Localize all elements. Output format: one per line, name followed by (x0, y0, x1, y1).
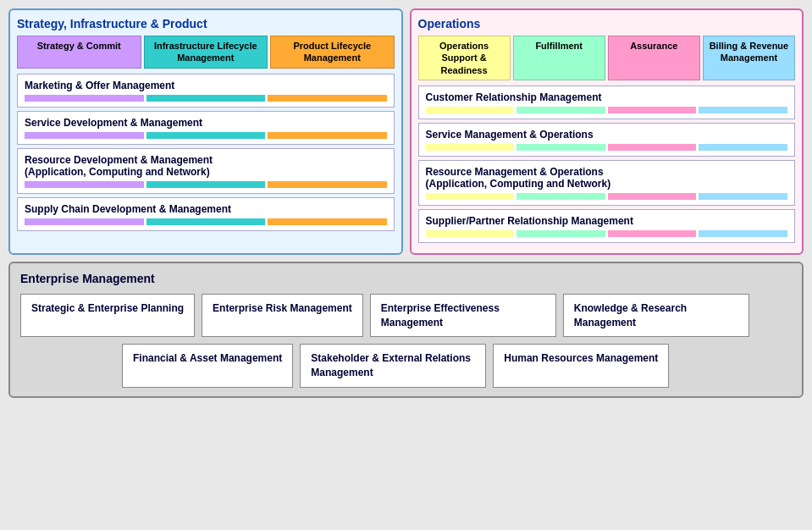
enterprise-box-fam: Financial & Asset Management (122, 344, 293, 388)
bar (426, 144, 515, 151)
ops-row-crm: Customer Relationship Management (418, 86, 796, 119)
enterprise-box-sep: Strategic & Enterprise Planning (20, 294, 195, 338)
bar (25, 95, 144, 102)
bar (608, 193, 697, 200)
bar (699, 107, 787, 113)
enterprise-title: Enterprise Management (20, 272, 792, 285)
sip-row-marketing: Marketing & Offer Management (17, 74, 395, 108)
bar (25, 132, 144, 139)
bar (146, 95, 266, 102)
bar (426, 230, 515, 237)
bar (268, 181, 387, 188)
enterprise-box-krm: Knowledge & Research Management (563, 294, 749, 338)
bar (699, 193, 787, 200)
bar (516, 230, 605, 237)
bar (25, 181, 144, 188)
sip-row-supply-title: Supply Chain Development & Management (25, 203, 387, 215)
sip-row-resource-title: Resource Development & Management(Applic… (25, 154, 387, 178)
bar (268, 218, 387, 225)
bar (608, 107, 697, 113)
sip-row-resource-bars (25, 181, 387, 188)
sip-header-strategy: Strategy & Commit (17, 36, 141, 69)
ops-row-resource-title: Resource Management & Operations(Applica… (426, 166, 788, 190)
sip-row-service-bars (25, 132, 387, 139)
bar (146, 181, 266, 188)
ops-row-supplier-bars (426, 230, 788, 237)
bar (146, 132, 266, 139)
enterprise-box-serm: Stakeholder & External Relations Managem… (300, 344, 486, 388)
bar (516, 144, 605, 151)
ops-row-resource-bars (426, 193, 788, 200)
sip-row-supply-bars (25, 218, 387, 225)
bar (699, 230, 787, 237)
sip-row-marketing-bars (25, 95, 387, 102)
ops-row-resource: Resource Management & Operations(Applica… (418, 160, 796, 206)
enterprise-row2: Financial & Asset Management Stakeholder… (20, 344, 792, 388)
ops-header-billing: Billing & Revenue Management (703, 36, 795, 80)
ops-row-service-title: Service Management & Operations (426, 129, 788, 141)
sip-row-supply: Supply Chain Development & Management (17, 197, 395, 231)
bar (516, 107, 605, 113)
enterprise-box-hrm: Human Resources Management (493, 344, 669, 388)
enterprise-section: Enterprise Management Strategic & Enterp… (8, 262, 804, 398)
bar (516, 193, 605, 200)
top-row: Strategy, Infrastructure & Product Strat… (8, 8, 804, 255)
ops-row-supplier-title: Supplier/Partner Relationship Management (426, 215, 788, 227)
enterprise-row1: Strategic & Enterprise Planning Enterpri… (20, 294, 792, 338)
sip-section: Strategy, Infrastructure & Product Strat… (8, 8, 403, 255)
sip-row-resource: Resource Development & Management(Applic… (17, 148, 395, 194)
ops-row-supplier: Supplier/Partner Relationship Management (418, 209, 796, 243)
ops-header-support: Operations Support & Readiness (418, 36, 511, 80)
bar (25, 218, 144, 225)
ops-row-crm-bars (426, 107, 788, 113)
main-container: Strategy, Infrastructure & Product Strat… (8, 8, 804, 398)
sip-row-marketing-title: Marketing & Offer Management (25, 80, 387, 91)
ops-row-crm-title: Customer Relationship Management (426, 91, 788, 103)
enterprise-box-eem: Enterprise Effectiveness Management (370, 294, 556, 338)
ops-header-assurance: Assurance (608, 36, 700, 80)
ops-header-fulfillment: Fulfillment (513, 36, 605, 80)
sip-header-product: Product Lifecycle Management (270, 36, 395, 69)
bar (268, 95, 387, 102)
enterprise-rows: Strategic & Enterprise Planning Enterpri… (20, 294, 792, 388)
bar (268, 132, 387, 139)
bar (699, 144, 787, 151)
sip-row-service: Service Development & Management (17, 111, 395, 145)
ops-row-service-bars (426, 144, 788, 151)
sip-headers: Strategy & Commit Infrastructure Lifecyc… (17, 36, 395, 69)
bar (608, 144, 697, 151)
bar (426, 193, 515, 200)
enterprise-box-erm: Enterprise Risk Management (202, 294, 363, 338)
sip-title: Strategy, Infrastructure & Product (17, 17, 395, 30)
sip-row-service-title: Service Development & Management (25, 117, 387, 129)
sip-header-infra: Infrastructure Lifecycle Management (144, 36, 268, 69)
ops-section: Operations Operations Support & Readines… (410, 8, 804, 255)
ops-row-service: Service Management & Operations (418, 123, 796, 157)
ops-headers: Operations Support & Readiness Fulfillme… (418, 36, 796, 80)
bar (608, 230, 697, 237)
ops-title: Operations (418, 17, 796, 30)
bar (146, 218, 266, 225)
bar (426, 107, 515, 113)
